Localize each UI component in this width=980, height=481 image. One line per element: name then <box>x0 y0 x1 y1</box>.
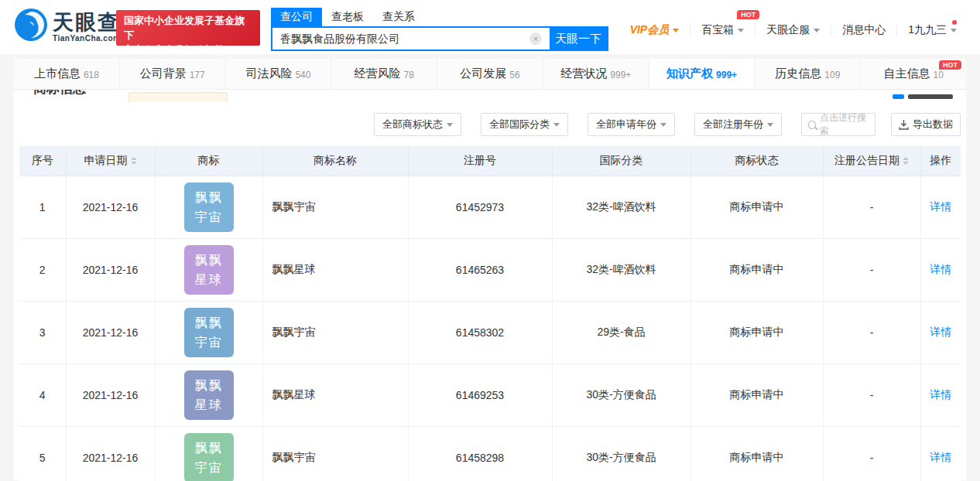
cell-reg-no: 61469253 <box>408 363 552 426</box>
trademark-image[interactable]: 飘飘星球 <box>184 245 234 295</box>
detail-link[interactable]: 详情 <box>930 200 951 213</box>
table-row: 5 2021-12-16 飘飘宇宙 飘飘宇宙 61458298 30类-方便食品… <box>19 426 961 481</box>
table-header-row: 序号 申请日期 商标 商标名称 注册号 国际分类 商标状态 注册公告日期 操作 <box>19 146 961 176</box>
header-apply-date[interactable]: 申请日期 <box>66 146 155 176</box>
trademark-image[interactable]: 飘飘宇宙 <box>184 183 234 232</box>
logo-text-cn: 天眼查 <box>53 11 120 34</box>
tab-operating-status[interactable]: 经营状况999+ <box>543 59 649 89</box>
cell-status: 商标申请中 <box>690 301 823 363</box>
cell-reg-no: 61458302 <box>408 301 552 363</box>
cell-seq: 1 <box>19 176 66 238</box>
search-icon <box>808 121 816 129</box>
top-right-nav: VIP会员 HOT 百宝箱 天眼企服 消息中心 1九九三 <box>619 23 968 37</box>
chevron-down-icon <box>814 29 820 32</box>
clipped-section-header: 商标信息 <box>19 90 961 102</box>
trademark-image[interactable]: 飘飘星球 <box>184 370 234 420</box>
cell-intl-class: 29类-食品 <box>552 301 690 363</box>
search-box: 香飘飘食品股份有限公司 × 天眼一下 <box>271 26 608 51</box>
detail-link[interactable]: 详情 <box>930 388 951 401</box>
header-announce-date[interactable]: 注册公告日期 <box>823 146 920 176</box>
trademark-status-dropdown[interactable]: 全部商标状态 <box>374 113 461 136</box>
header-status: 商标状态 <box>690 146 823 176</box>
active-subtab-clipped[interactable] <box>128 92 228 102</box>
blue-icon-fragment <box>893 94 904 99</box>
hot-badge: HOT <box>939 60 961 70</box>
tab-self-info[interactable]: HOT 自主信息10 <box>861 59 966 89</box>
export-data-button[interactable]: 导出数据 <box>891 113 961 136</box>
cell-reg-no: 61465263 <box>408 238 552 301</box>
tab-history-info[interactable]: 历史信息109 <box>755 59 861 89</box>
detail-link[interactable]: 详情 <box>930 326 951 338</box>
detail-link[interactable]: 详情 <box>930 263 951 275</box>
clear-search-icon[interactable]: × <box>529 32 542 45</box>
table-row: 3 2021-12-16 飘飘宇宙 飘飘宇宙 61458302 29类-食品 商… <box>19 301 961 363</box>
cell-seq: 3 <box>19 301 66 363</box>
cell-date: 2021-12-16 <box>66 238 155 301</box>
cell-intl-class: 32类-啤酒饮料 <box>552 238 690 301</box>
search-tab-company[interactable]: 查公司 <box>271 8 322 26</box>
trademark-section: 商标信息 全部商标状态 全部国际分类 全部申请年份 全部注册年份 点击进行搜索 <box>14 90 966 480</box>
table-row: 4 2021-12-16 飘飘星球 飘飘星球 61469253 30类-方便食品… <box>19 363 961 426</box>
trademark-table: 序号 申请日期 商标 商标名称 注册号 国际分类 商标状态 注册公告日期 操作 … <box>19 146 961 481</box>
chevron-down-icon <box>660 123 666 127</box>
search-tab-boss[interactable]: 查老板 <box>322 8 373 26</box>
download-icon <box>899 120 909 130</box>
search-tabs: 查公司 查老板 查关系 <box>271 7 608 26</box>
header-name: 商标名称 <box>262 146 408 176</box>
tab-company-development[interactable]: 公司发展56 <box>437 59 543 89</box>
cell-announce-date: - <box>823 426 920 481</box>
chevron-down-icon <box>738 29 744 32</box>
table-search-input[interactable]: 点击进行搜索 <box>801 113 875 136</box>
section-title-clipped: 商标信息 <box>33 90 86 97</box>
cell-announce-date: - <box>823 176 920 238</box>
sort-icon[interactable] <box>131 157 137 165</box>
table-row: 2 2021-12-16 飘飘星球 飘飘星球 61465263 32类-啤酒饮料… <box>19 238 961 301</box>
cell-status: 商标申请中 <box>690 426 823 481</box>
table-row: 1 2021-12-16 飘飘宇宙 飘飘宇宙 61452973 32类-啤酒饮料… <box>19 176 961 238</box>
trademark-image[interactable]: 飘飘宇宙 <box>184 433 234 481</box>
header-intl-class: 国际分类 <box>552 146 690 176</box>
top-header: 天眼查 TianYanCha.com 国家中小企业发展子基金旗下 官方备案企业征… <box>0 0 980 54</box>
vip-member-menu[interactable]: VIP会员 <box>619 23 690 37</box>
logo-icon <box>14 8 48 45</box>
chevron-down-icon <box>553 123 560 127</box>
header-action: 操作 <box>920 146 961 176</box>
cell-announce-date: - <box>823 301 920 363</box>
intl-class-dropdown[interactable]: 全部国际分类 <box>481 113 568 136</box>
cell-intl-class: 30类-方便食品 <box>552 363 690 426</box>
cell-announce-date: - <box>823 238 920 301</box>
section-tabbar: 上市信息618 公司背景177 司法风险540 经营风险78 公司发展56 经营… <box>14 59 966 90</box>
header-trademark: 商标 <box>155 146 262 176</box>
trademark-image[interactable]: 飘飘宇宙 <box>184 308 234 357</box>
cell-name: 飘飘星球 <box>262 238 408 301</box>
search-input[interactable]: 香飘飘食品股份有限公司 <box>272 28 529 49</box>
tab-company-background[interactable]: 公司背景177 <box>120 59 226 89</box>
notification-dot <box>952 20 957 25</box>
search-tab-relation[interactable]: 查关系 <box>373 8 424 26</box>
chevron-down-icon <box>447 123 453 127</box>
tab-intellectual-property[interactable]: 知识产权999+ <box>649 59 756 89</box>
message-center-link[interactable]: 消息中心 <box>831 23 896 37</box>
treasure-box-menu[interactable]: HOT 百宝箱 <box>690 23 755 37</box>
register-year-dropdown[interactable]: 全部注册年份 <box>694 113 782 136</box>
cell-intl-class: 32类-啤酒饮料 <box>552 176 690 238</box>
cell-seq: 5 <box>19 426 66 481</box>
chevron-down-icon <box>767 123 773 127</box>
detail-link[interactable]: 详情 <box>930 451 951 463</box>
apply-year-dropdown[interactable]: 全部申请年份 <box>588 113 675 136</box>
search-module: 查公司 查老板 查关系 香飘飘食品股份有限公司 × 天眼一下 <box>271 7 608 51</box>
tab-listing-info[interactable]: 上市信息618 <box>14 59 120 89</box>
user-account-menu[interactable]: 1九九三 <box>896 23 968 37</box>
tab-judicial-risk[interactable]: 司法风险540 <box>226 59 332 89</box>
logo-text-en: TianYanCha.com <box>53 34 120 43</box>
cell-date: 2021-12-16 <box>66 301 155 363</box>
enterprise-service-menu[interactable]: 天眼企服 <box>755 23 831 37</box>
search-button[interactable]: 天眼一下 <box>550 28 607 49</box>
header-seq: 序号 <box>19 146 66 176</box>
tianyancha-logo[interactable]: 天眼查 TianYanCha.com <box>14 8 120 45</box>
cell-status: 商标申请中 <box>690 363 823 426</box>
clipped-toolbar-fragment[interactable] <box>893 94 953 99</box>
cell-name: 飘飘宇宙 <box>262 176 408 238</box>
tab-operating-risk[interactable]: 经营风险78 <box>331 59 437 89</box>
sort-icon[interactable] <box>903 157 909 165</box>
